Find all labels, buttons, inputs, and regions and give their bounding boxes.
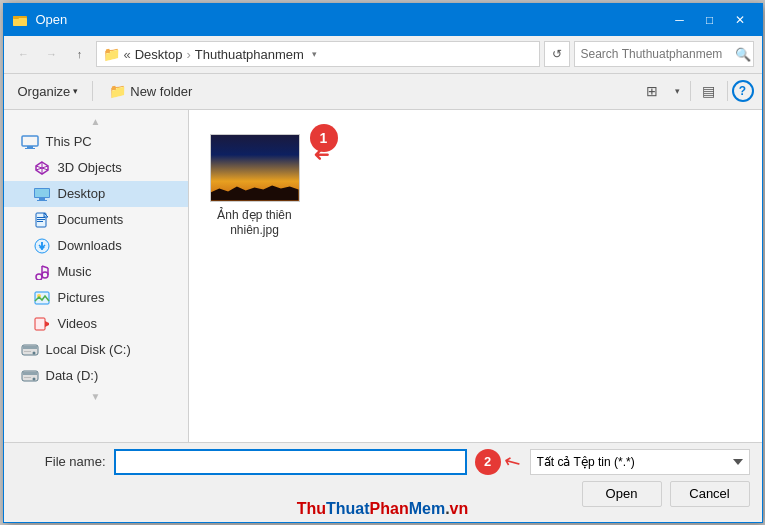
annotation2-container: 2 ↙ [475, 449, 522, 475]
path-dropdown-icon: ▾ [312, 49, 317, 59]
path-arrow: › [186, 47, 190, 62]
svg-marker-31 [45, 321, 49, 327]
sidebar-item-local-disk[interactable]: Local Disk (C:) [4, 337, 188, 363]
sidebar-item-music[interactable]: Music [4, 259, 188, 285]
help-button[interactable]: ? [732, 80, 754, 102]
open-dialog: Open ─ □ ✕ ← → ↑ 📁 « Desktop › Thuthuatp… [3, 3, 763, 523]
sidebar-label-pictures: Pictures [58, 290, 105, 305]
sidebar-item-desktop[interactable]: Desktop [4, 181, 188, 207]
toolbar-sep2 [690, 81, 691, 101]
title-bar: Open ─ □ ✕ [4, 4, 762, 36]
sidebar-label-desktop: Desktop [58, 186, 106, 201]
scroll-down-indicator: ▼ [4, 389, 188, 404]
3d-objects-icon [32, 160, 52, 176]
sidebar-label-this-pc: This PC [46, 134, 92, 149]
filename-row: File name: 2 ↙ Tất cả Tệp tin (*.*) JPEG… [16, 449, 750, 475]
filename-label: File name: [16, 454, 106, 469]
action-buttons: Open Cancel [16, 481, 750, 507]
search-icon: 🔍 [735, 47, 751, 62]
svg-rect-13 [35, 189, 49, 197]
open-button[interactable]: Open [582, 481, 662, 507]
toolbar: Organize ▾ 📁 New folder ⊞ ▾ ▤ ? [4, 74, 762, 110]
organize-label: Organize [18, 84, 71, 99]
file-name-0: Ảnh đẹp thiên nhiên.jpg [213, 208, 297, 239]
main-content: ▲ This PC 3D Objects Desktop [4, 110, 762, 442]
sidebar-item-pictures[interactable]: Pictures [4, 285, 188, 311]
forward-button[interactable]: → [40, 42, 64, 66]
sidebar-item-documents[interactable]: Documents [4, 207, 188, 233]
sidebar-item-3d-objects[interactable]: 3D Objects [4, 155, 188, 181]
svg-point-38 [32, 377, 35, 380]
up-button[interactable]: ↑ [68, 42, 92, 66]
filetype-select[interactable]: Tất cả Tệp tin (*.*) JPEG (*.jpg) PNG (*… [530, 449, 750, 475]
organize-button[interactable]: Organize ▾ [12, 81, 85, 102]
sidebar-item-this-pc[interactable]: This PC [4, 129, 188, 155]
svg-rect-39 [24, 377, 31, 378]
downloads-icon [32, 238, 52, 254]
address-bar: ← → ↑ 📁 « Desktop › Thuthuatphanmem ▾ ↺ … [4, 36, 762, 74]
svg-rect-11 [39, 198, 45, 200]
address-path[interactable]: 📁 « Desktop › Thuthuatphanmem ▾ [96, 41, 540, 67]
local-disk-icon [20, 342, 40, 358]
svg-rect-16 [37, 219, 45, 220]
svg-point-34 [32, 351, 35, 354]
sidebar-label-local-disk: Local Disk (C:) [46, 342, 131, 357]
back-button[interactable]: ← [12, 42, 36, 66]
view-dropdown-button[interactable]: ▾ [670, 77, 686, 105]
svg-rect-5 [25, 148, 35, 149]
sidebar-label-data-d: Data (D:) [46, 368, 99, 383]
annotation-badge-2: 2 [475, 449, 501, 475]
sidebar-item-downloads[interactable]: Downloads [4, 233, 188, 259]
svg-rect-33 [23, 346, 37, 349]
toolbar-right: ⊞ ▾ ▤ ? [638, 77, 754, 105]
path-folder-name: Thuthuatphanmem [195, 47, 304, 62]
svg-rect-30 [35, 318, 45, 330]
sidebar-label-documents: Documents [58, 212, 124, 227]
sidebar: ▲ This PC 3D Objects Desktop [4, 110, 189, 442]
toolbar-sep3 [727, 81, 728, 101]
maximize-button[interactable]: □ [696, 6, 724, 34]
sidebar-label-downloads: Downloads [58, 238, 122, 253]
new-folder-label: New folder [130, 84, 192, 99]
data-d-icon [20, 368, 40, 384]
sidebar-label-videos: Videos [58, 316, 98, 331]
minimize-button[interactable]: ─ [666, 6, 694, 34]
view-large-icons-button[interactable]: ⊞ [638, 77, 666, 105]
filename-input[interactable] [114, 449, 467, 475]
search-box: 🔍 [574, 41, 754, 67]
new-folder-button[interactable]: 📁 New folder [101, 80, 200, 102]
file-area: ➜ 1 Ảnh đẹp thiên nhiên.jpg [189, 110, 762, 442]
svg-rect-1 [13, 18, 27, 26]
sidebar-label-music: Music [58, 264, 92, 279]
svg-rect-35 [24, 351, 31, 352]
file-item-0[interactable]: ➜ 1 Ảnh đẹp thiên nhiên.jpg [205, 126, 305, 247]
svg-rect-17 [37, 221, 43, 222]
path-folder-icon: 📁 [103, 46, 120, 62]
cancel-button[interactable]: Cancel [670, 481, 750, 507]
refresh-button[interactable]: ↺ [544, 41, 570, 67]
scroll-up-indicator: ▲ [4, 114, 188, 129]
organize-arrow-icon: ▾ [73, 86, 78, 96]
music-icon [32, 264, 52, 280]
close-button[interactable]: ✕ [726, 6, 754, 34]
svg-point-23 [36, 274, 42, 280]
annotation-badge-1: 1 [310, 124, 338, 152]
pictures-icon [32, 290, 52, 306]
preview-pane-button[interactable]: ▤ [695, 77, 723, 105]
svg-rect-2 [13, 16, 19, 19]
videos-icon [32, 316, 52, 332]
svg-point-24 [42, 272, 48, 278]
svg-rect-37 [23, 372, 37, 375]
path-separator1: « [124, 47, 131, 62]
bottom-bar: File name: 2 ↙ Tất cả Tệp tin (*.*) JPEG… [4, 442, 762, 522]
search-input[interactable] [581, 47, 731, 61]
svg-rect-3 [22, 136, 38, 146]
sidebar-item-data-d[interactable]: Data (D:) [4, 363, 188, 389]
annotation-arrow-2-icon: ↙ [498, 448, 527, 475]
path-desktop: Desktop [135, 47, 183, 62]
sidebar-item-videos[interactable]: Videos [4, 311, 188, 337]
file-thumbnail-0: ➜ 1 [210, 134, 300, 202]
documents-icon [32, 212, 52, 228]
svg-rect-12 [37, 200, 47, 201]
toolbar-separator [92, 81, 93, 101]
